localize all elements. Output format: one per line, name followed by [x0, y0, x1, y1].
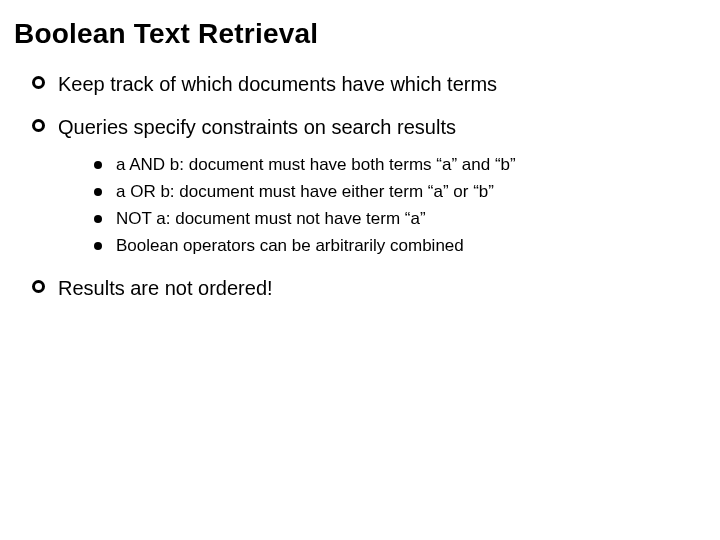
sub-bullet-item: a AND b: document must have both terms “… — [94, 154, 692, 177]
bullet-text: Keep track of which documents have which… — [58, 73, 497, 95]
sub-bullet-item: a OR b: document must have either term “… — [94, 181, 692, 204]
sub-bullet-text: a AND b: document must have both terms “… — [116, 155, 516, 174]
slide-title: Boolean Text Retrieval — [14, 18, 692, 50]
bullet-item: Results are not ordered! — [32, 276, 692, 301]
slide: Boolean Text Retrieval Keep track of whi… — [0, 0, 720, 540]
bullet-list: Keep track of which documents have which… — [32, 72, 692, 301]
sub-bullet-item: NOT a: document must not have term “a” — [94, 208, 692, 231]
bullet-text: Results are not ordered! — [58, 277, 273, 299]
sub-bullet-item: Boolean operators can be arbitrarily com… — [94, 235, 692, 258]
bullet-item: Queries specify constraints on search re… — [32, 115, 692, 258]
bullet-text: Queries specify constraints on search re… — [58, 116, 456, 138]
sub-bullet-text: NOT a: document must not have term “a” — [116, 209, 426, 228]
sub-bullet-list: a AND b: document must have both terms “… — [94, 154, 692, 258]
bullet-item: Keep track of which documents have which… — [32, 72, 692, 97]
sub-bullet-text: a OR b: document must have either term “… — [116, 182, 494, 201]
sub-bullet-text: Boolean operators can be arbitrarily com… — [116, 236, 464, 255]
